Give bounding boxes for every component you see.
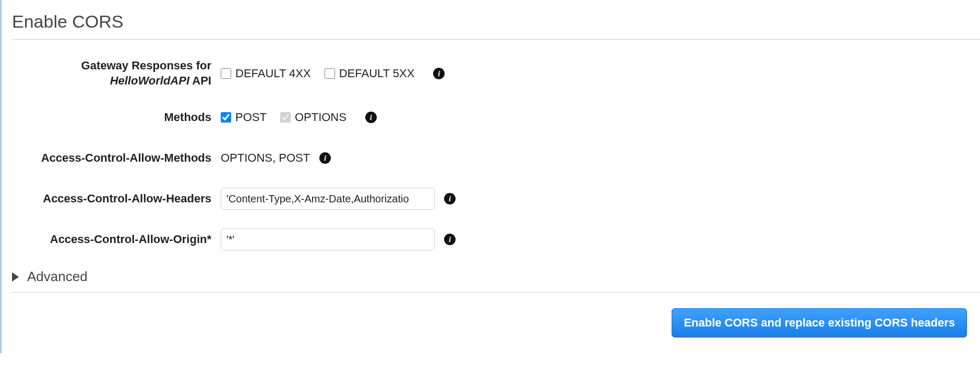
label-text-suffix: API — [192, 74, 211, 87]
divider — [12, 39, 980, 40]
label-allow-methods: Access-Control-Allow-Methods — [12, 151, 221, 166]
checkbox-label: DEFAULT 5XX — [339, 67, 415, 80]
enable-cors-button[interactable]: Enable CORS and replace existing CORS he… — [672, 308, 967, 337]
info-icon[interactable]: i — [433, 68, 445, 79]
checkbox-post-wrap[interactable]: POST — [221, 111, 267, 124]
checkbox-default-4xx[interactable] — [221, 68, 231, 79]
label-text: Gateway Responses for — [81, 59, 211, 72]
row-methods: Methods POST OPTIONS i — [12, 106, 980, 129]
button-row: Enable CORS and replace existing CORS he… — [12, 308, 980, 337]
checkbox-default-4xx-wrap[interactable]: DEFAULT 4XX — [221, 67, 311, 80]
advanced-toggle[interactable]: Advanced — [12, 269, 980, 285]
divider — [12, 292, 980, 293]
value-allow-methods: OPTIONS, POST — [221, 151, 310, 165]
input-allow-origin[interactable] — [221, 228, 435, 250]
label-gateway-responses: Gateway Responses for HelloWorldAPI API — [12, 58, 221, 88]
checkbox-post[interactable] — [221, 112, 231, 123]
info-icon[interactable]: i — [319, 152, 331, 164]
checkbox-options — [280, 112, 291, 123]
row-allow-headers: Access-Control-Allow-Headers i — [12, 187, 980, 210]
info-icon[interactable]: i — [444, 193, 456, 204]
caret-right-icon — [12, 272, 19, 282]
checkbox-default-5xx-wrap[interactable]: DEFAULT 5XX — [325, 67, 415, 80]
checkbox-label: POST — [235, 111, 267, 124]
api-name: HelloWorldAPI — [110, 74, 189, 87]
row-gateway-responses: Gateway Responses for HelloWorldAPI API … — [12, 58, 980, 88]
checkbox-label: DEFAULT 4XX — [235, 67, 311, 80]
label-methods: Methods — [12, 110, 221, 125]
checkbox-options-wrap: OPTIONS — [280, 111, 346, 124]
row-allow-methods: Access-Control-Allow-Methods OPTIONS, PO… — [12, 147, 980, 170]
info-icon[interactable]: i — [365, 112, 377, 123]
checkbox-label: OPTIONS — [295, 111, 346, 124]
label-allow-origin: Access-Control-Allow-Origin* — [12, 232, 221, 247]
page-title: Enable CORS — [12, 11, 980, 32]
checkbox-default-5xx[interactable] — [325, 68, 335, 79]
input-allow-headers[interactable] — [221, 188, 435, 210]
info-icon[interactable]: i — [444, 234, 456, 245]
row-allow-origin: Access-Control-Allow-Origin* i — [12, 228, 980, 251]
label-allow-headers: Access-Control-Allow-Headers — [12, 191, 221, 207]
advanced-label: Advanced — [27, 269, 88, 285]
